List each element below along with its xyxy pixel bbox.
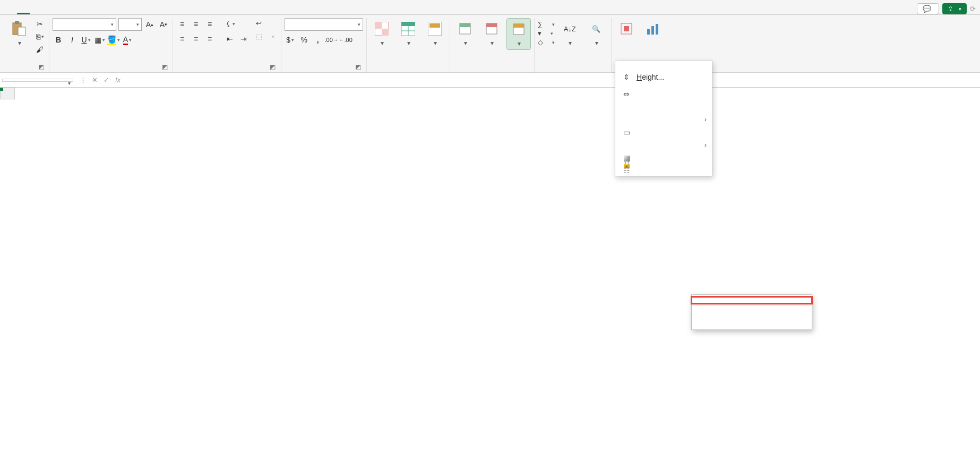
increase-decimal-button[interactable]: .00→ bbox=[326, 34, 338, 46]
tab-review[interactable] bbox=[93, 10, 106, 14]
increase-font-button[interactable]: A▴ bbox=[144, 19, 156, 30]
context-hide-qat[interactable] bbox=[692, 308, 812, 315]
align-middle-button[interactable]: ≡ bbox=[190, 18, 202, 30]
svg-rect-2 bbox=[18, 27, 25, 36]
border-icon: ▦ bbox=[94, 36, 101, 44]
font-color-button[interactable]: A▾ bbox=[122, 34, 133, 46]
eraser-icon: ◇ bbox=[538, 38, 543, 46]
align-left-button[interactable]: ≡ bbox=[176, 33, 188, 45]
tab-insert[interactable] bbox=[30, 10, 42, 14]
comma-button[interactable]: , bbox=[312, 34, 324, 46]
number-format-select[interactable]: ▾ bbox=[285, 18, 363, 31]
delete-cells-button[interactable]: ▾ bbox=[480, 18, 503, 49]
tab-file[interactable] bbox=[4, 10, 17, 14]
context-customize-ribbon[interactable] bbox=[692, 315, 812, 321]
decrease-indent-button[interactable]: ⇤ bbox=[224, 33, 236, 45]
share-icon: ⇪ bbox=[948, 5, 953, 13]
scissors-icon: ✂ bbox=[37, 20, 43, 28]
font-name-select[interactable]: ▾ bbox=[53, 18, 116, 31]
decrease-decimal-button[interactable]: ←.00 bbox=[340, 34, 351, 46]
copy-button[interactable]: ⎘▾ bbox=[34, 31, 46, 43]
increase-indent-button[interactable]: ⇥ bbox=[238, 33, 250, 45]
align-bottom-button[interactable]: ≡ bbox=[204, 18, 216, 30]
conditional-formatting-button[interactable]: ▾ bbox=[370, 18, 393, 49]
menu-format-cells[interactable]: ☷ bbox=[615, 167, 712, 174]
menu-tab-color[interactable]: › bbox=[615, 142, 712, 148]
enter-formula-button[interactable]: ✓ bbox=[101, 76, 111, 84]
clear-button[interactable]: ◇ ▾ bbox=[538, 38, 555, 46]
alignment-launcher[interactable]: ◩ bbox=[269, 63, 277, 71]
borders-button[interactable]: ▦▾ bbox=[94, 34, 106, 46]
orientation-button[interactable]: ⤹▾ bbox=[224, 18, 236, 30]
cut-button[interactable]: ✂ bbox=[34, 18, 46, 30]
tab-formulas[interactable] bbox=[68, 10, 81, 14]
menu-move-copy[interactable] bbox=[615, 136, 712, 142]
cancel-formula-button[interactable]: ✕ bbox=[89, 76, 100, 84]
percent-button[interactable]: % bbox=[298, 34, 310, 46]
tab-table-design[interactable] bbox=[132, 10, 144, 14]
font-launcher[interactable]: ◩ bbox=[161, 63, 168, 71]
delete-icon bbox=[483, 20, 500, 37]
autosum-button[interactable]: ∑ ▾ bbox=[538, 20, 555, 28]
comment-icon: 💬 bbox=[923, 5, 931, 13]
analyze-data-button[interactable] bbox=[641, 18, 665, 40]
fill-handle[interactable] bbox=[0, 88, 3, 91]
insert-range-button[interactable]: ⋮ bbox=[78, 76, 88, 84]
insert-cells-button[interactable]: ▾ bbox=[453, 18, 477, 49]
chevron-right-icon: › bbox=[704, 116, 707, 123]
merge-center-button[interactable]: ⬚ ▾ bbox=[253, 31, 278, 41]
catch-up[interactable]: ⟳ bbox=[970, 5, 976, 13]
tab-data[interactable] bbox=[81, 10, 93, 14]
number-launcher[interactable]: ◩ bbox=[355, 63, 362, 71]
align-right-button[interactable]: ≡ bbox=[204, 33, 216, 45]
underline-button[interactable]: U▾ bbox=[80, 34, 92, 46]
name-box[interactable] bbox=[2, 79, 73, 82]
group-number: ▾ $▾ % , .00→ ←.00 ◩ bbox=[281, 18, 367, 72]
tab-view[interactable] bbox=[106, 10, 119, 14]
fill-button[interactable]: ▾ ▾ bbox=[538, 29, 555, 37]
find-select-button[interactable]: 🔍▾ bbox=[584, 18, 608, 49]
sort-filter-button[interactable]: A↓Z▾ bbox=[558, 18, 581, 49]
fill-color-button[interactable]: 🪣▾ bbox=[108, 34, 119, 46]
worksheet-grid bbox=[0, 88, 980, 99]
context-collapse-ribbon[interactable] bbox=[692, 321, 812, 327]
tab-home[interactable] bbox=[17, 9, 30, 14]
format-painter-button[interactable]: 🖌 bbox=[34, 44, 46, 55]
share-button[interactable]: ⇪▾ bbox=[942, 3, 967, 14]
decrease-font-button[interactable]: A▾ bbox=[158, 19, 169, 30]
row-height-icon: ⇕ bbox=[622, 72, 631, 82]
wrap-text-button[interactable]: ↩ bbox=[253, 18, 278, 28]
svg-rect-21 bbox=[651, 26, 654, 35]
qat-context-menu bbox=[691, 294, 812, 330]
menu-default-width[interactable] bbox=[615, 104, 712, 110]
menu-rename-sheet[interactable]: ▭ bbox=[615, 129, 712, 136]
ribbon: ▾ ✂ ⎘▾ 🖌 ◩ ▾ ▾ A▴ A▾ B I U▾ ▦▾ 🪣▾ bbox=[0, 15, 980, 73]
menu-autofit-col[interactable] bbox=[615, 97, 712, 104]
format-cells-button[interactable]: ▾ bbox=[506, 18, 531, 50]
context-add-qat[interactable] bbox=[692, 297, 812, 303]
tab-draw[interactable] bbox=[42, 10, 55, 14]
font-size-select[interactable]: ▾ bbox=[118, 18, 142, 31]
addins-button[interactable] bbox=[615, 18, 638, 40]
fx-button[interactable]: fx bbox=[113, 76, 123, 84]
bold-button[interactable]: B bbox=[53, 34, 64, 46]
menu-hide-unhide[interactable]: › bbox=[615, 116, 712, 123]
paste-button[interactable]: ▾ bbox=[7, 18, 31, 49]
clipboard-launcher[interactable]: ◩ bbox=[37, 63, 45, 71]
formula-input[interactable] bbox=[125, 79, 980, 81]
accounting-button[interactable]: $▾ bbox=[285, 34, 296, 46]
format-dropdown-menu: ⇕Height... ⇔ › ▭ › ▦ 🔒 ☷ bbox=[615, 61, 712, 176]
tab-developer[interactable] bbox=[119, 10, 132, 14]
menu-row-height[interactable]: ⇕Height... bbox=[615, 70, 712, 84]
cell-styles-button[interactable]: ▾ bbox=[423, 18, 446, 49]
format-as-table-button[interactable]: ▾ bbox=[397, 18, 420, 49]
align-top-button[interactable]: ≡ bbox=[176, 18, 188, 30]
brush-icon: 🖌 bbox=[36, 45, 44, 54]
menu-column-width[interactable]: ⇔ bbox=[615, 91, 712, 97]
insert-icon bbox=[457, 20, 474, 37]
italic-button[interactable]: I bbox=[66, 34, 78, 46]
align-center-button[interactable]: ≡ bbox=[190, 33, 202, 45]
comments-button[interactable]: 💬 bbox=[917, 3, 939, 14]
cell-styles-icon bbox=[426, 20, 443, 37]
tab-page-layout[interactable] bbox=[55, 10, 68, 14]
